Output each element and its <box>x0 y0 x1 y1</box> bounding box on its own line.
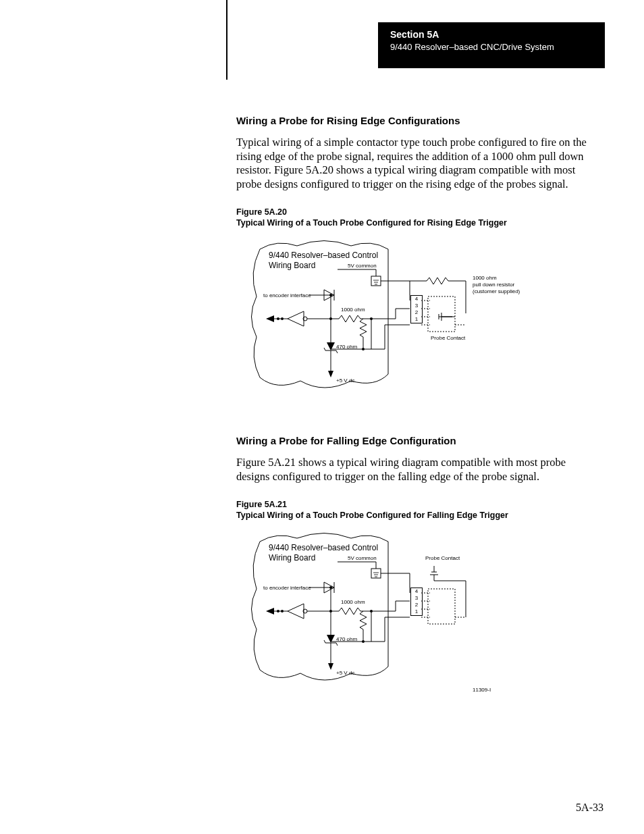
d2-id: 11309-I <box>473 687 491 693</box>
d2-r470: 470 ohm <box>336 636 357 642</box>
figure-5a21-diagram: 4 3 2 1 9/440 Resolver–based Control Wir… <box>236 528 527 694</box>
d2-common: 5V common <box>348 555 377 561</box>
svg-point-74 <box>281 610 284 613</box>
main-content: Wiring a Probe for Rising Edge Configura… <box>236 115 601 694</box>
heading-falling-edge: Wiring a Probe for Falling Edge Configur… <box>236 435 601 446</box>
pin3: 3 <box>411 303 422 309</box>
pin3b: 3 <box>411 595 422 602</box>
pin4: 4 <box>411 296 422 303</box>
svg-marker-28 <box>328 371 333 377</box>
d2-r1000: 1000 ohm <box>341 599 365 605</box>
svg-point-73 <box>277 610 279 613</box>
vertical-divider <box>226 0 227 80</box>
svg-marker-68 <box>288 604 304 619</box>
heading-rising-edge: Wiring a Probe for Rising Edge Configura… <box>236 115 601 126</box>
d1-pulldown3: (customer supplied) <box>473 288 520 294</box>
svg-marker-78 <box>328 663 333 670</box>
d1-vdc: +5 V dc <box>336 377 354 384</box>
fig-caption2: Typical Wiring of a Touch Probe Configur… <box>236 511 508 520</box>
fig-num: Figure 5A.20 <box>236 207 287 217</box>
d1-pulldown2: pull down resistor <box>473 282 514 288</box>
d2-board2: Wiring Board <box>269 553 315 563</box>
d1-r470: 470 ohm <box>336 344 357 350</box>
d2-probe: Probe Contact <box>425 555 460 561</box>
svg-marker-72 <box>266 608 274 615</box>
d1-encoder: to encoder interface <box>263 292 311 298</box>
connector-pinbox-2: 4 3 2 1 <box>410 588 423 616</box>
pin4b: 4 <box>411 588 422 595</box>
connector-pinbox-1: 4 3 2 1 <box>410 295 423 323</box>
pin2: 2 <box>411 309 422 316</box>
d1-board2: Wiring Board <box>269 261 315 270</box>
svg-marker-22 <box>266 315 274 322</box>
svg-point-17 <box>329 294 332 296</box>
fig-num2: Figure 5A.21 <box>236 500 287 509</box>
d1-r1000: 1000 ohm <box>341 307 365 313</box>
d2-encoder: to encoder interface <box>263 585 311 591</box>
figure-5a21-title: Figure 5A.21 Typical Wiring of a Touch P… <box>236 499 601 522</box>
header-subtitle: 9/440 Resolver–based CNC/Drive System <box>390 42 593 52</box>
page-number: 5A-33 <box>576 802 603 814</box>
d1-common: 5V common <box>348 263 377 269</box>
fig-caption: Typical Wiring of a Touch Probe Configur… <box>236 218 507 228</box>
d1-pulldown1: 1000 ohm <box>473 275 497 281</box>
svg-point-24 <box>281 317 284 320</box>
pin2b: 2 <box>411 602 422 608</box>
svg-marker-18 <box>288 311 304 326</box>
svg-rect-54 <box>428 589 455 624</box>
d2-board1: 9/440 Resolver–based Control <box>269 543 378 552</box>
pin1: 1 <box>411 316 422 323</box>
d1-probe: Probe Contact <box>431 335 465 341</box>
figure-5a20-diagram: 4 3 2 1 9/440 Resolver–based Control Wir… <box>236 236 527 408</box>
paragraph-falling-edge: Figure 5A.21 shows a typical wiring diag… <box>236 456 601 484</box>
header-section: Section 5A <box>390 29 593 40</box>
d2-vdc: +5 V dc <box>336 670 354 676</box>
pin1b: 1 <box>411 608 422 615</box>
svg-point-23 <box>277 317 279 320</box>
svg-point-67 <box>329 586 332 589</box>
figure-5a20-title: Figure 5A.20 Typical Wiring of a Touch P… <box>236 207 601 230</box>
paragraph-rising-edge: Typical wiring of a simple contactor typ… <box>236 136 601 192</box>
d1-board1: 9/440 Resolver–based Control <box>269 251 378 260</box>
header-box: Section 5A 9/440 Resolver–based CNC/Driv… <box>378 22 605 68</box>
